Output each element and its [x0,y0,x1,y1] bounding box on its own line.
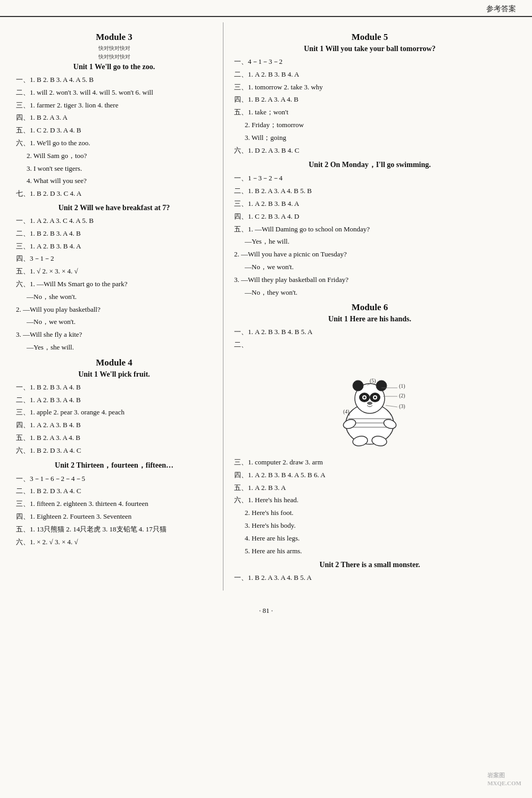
m3u1-a6: 六、1. We'll go to the zoo. [16,138,212,149]
module5-unit2-title: Unit 2 On Monday，I'll go swimming. [234,160,505,170]
svg-line-25 [386,405,397,407]
m3u2-a10: 3. —Will she fly a kite? [16,329,212,340]
m4u1-a1: 一、1. B 2. B 3. A 4. B [16,382,212,393]
m6u1-a7: 2. Here's his foot. [245,508,505,519]
module4-unit2-title: Unit 2 Thirteen，fourteen，fifteen… [16,461,212,470]
m4u2-a5: 五、1. 13只熊猫 2. 14只老虎 3. 18支铅笔 4. 17只猫 [16,524,212,535]
page-header: 参考答案 [0,0,532,17]
m3u2-a11: —Yes，she will. [27,342,212,353]
m4u1-a5: 五、1. B 2. A 3. A 4. B [16,433,212,444]
watermark-text: 岩案图MXQE.COM [487,772,521,786]
m6u2-a1: 一、1. B 2. A 3. A 4. B 5. A [234,572,505,584]
svg-text:(1): (1) [399,383,405,389]
m3u2-a2: 二、1. B 2. B 3. A 4. B [16,228,212,239]
m6u1-a3: 三、1. computer 2. draw 3. arm [234,457,505,468]
m3u2-a5: 五、1. √ 2. × 3. × 4. √ [16,266,212,277]
m3u1-a10: 七、1. B 2. D 3. C 4. A [16,188,212,200]
m6u1-a8: 3. Here's his body. [245,520,505,531]
svg-text:(3): (3) [399,403,405,410]
svg-point-6 [376,380,387,391]
m3u1-a7: 2. Will Sam go，too? [27,151,212,162]
watermark-logo: 岩案图MXQE.COM [487,771,521,787]
module5-title: Module 5 [234,32,505,43]
m3u1-a5: 五、1. C 2. D 3. A 4. B [16,125,212,136]
m6u1-a6: 六、1. Here's his head. [234,495,505,506]
m3u2-a8: 2. —Will you play basketball? [16,304,212,315]
m5u2-a4: 四、1. C 2. B 3. A 4. D [234,211,505,222]
module3-title: Module 3 [16,32,212,43]
m5u1-a4: 四、1. B 2. A 3. A 4. B [234,94,505,105]
svg-point-5 [353,380,363,391]
m5u2-a3: 三、1. A 2. B 3. B 4. A [234,198,505,210]
svg-point-13 [367,402,372,405]
m3u2-a9: —No，we won't. [27,317,212,328]
panda-diagram: (1) (2) (3) (4) (5) [234,355,505,453]
module6-title: Module 6 [234,302,505,313]
m5u2-a9: 3. —Will they play basketball on Friday? [234,275,505,286]
m4u1-a6: 六、1. B 2. D 3. A 4. C [16,445,212,456]
m5u2-a6: —Yes，he will. [245,236,505,247]
m3u1-a9: 4. What will you see? [27,176,212,187]
header-title: 参考答案 [486,5,516,13]
left-column: Module 3 快对快对快对 快对快对快对 Unit 1 We'll go t… [0,22,223,591]
m4u2-a6: 六、1. × 2. √ 3. × 4. √ [16,537,212,548]
m4u2-a4: 四、1. Eighteen 2. Fourteen 3. Seventeen [16,511,212,522]
m3u2-a3: 三、1. A 2. B 3. B 4. A [16,241,212,252]
m6u1-a5: 五、1. A 2. B 3. A [234,483,505,494]
m5u1-a7: 3. Will；going [245,132,505,144]
m3u1-a1: 一、1. B 2. B 3. A 4. A 5. B [16,74,212,86]
m3u1-a4: 四、1. B 2. A 3. A [16,112,212,123]
m6u1-a4: 四、1. A 2. B 3. B 4. A 5. B 6. A [234,470,505,481]
m5u2-a1: 一、1－3－2－4 [234,173,505,184]
svg-text:(2): (2) [399,393,405,399]
module6-unit2-title: Unit 2 There is a small monster. [234,561,505,569]
m6u1-a9: 4. Here are his legs. [245,533,505,544]
m4u2-a3: 三、1. fifteen 2. eighteen 3. thirteen 4. … [16,498,212,510]
m3u2-a4: 四、3－1－2 [16,253,212,264]
m5u1-a5: 五、1. take；won't [234,107,505,118]
svg-point-11 [363,396,365,398]
m6u1-a10: 5. Here are his arms. [245,546,505,557]
page: 参考答案 Module 3 快对快对快对 快对快对快对 Unit 1 We'll… [0,0,532,798]
module3-unit1-title: Unit 1 We'll go to the zoo. [16,63,212,71]
module4-unit1-title: Unit 1 We'll pick fruit. [16,370,212,379]
m5u1-a3: 三、1. tomorrow 2. take 3. why [234,82,505,93]
m6u1-a2-label: 二、 [234,339,505,351]
m5u1-a8: 六、1. D 2. A 3. B 4. C [234,145,505,156]
watermark2: 快对快对快对 [16,53,212,61]
m5u1-a6: 2. Friday；tomorrow [245,120,505,131]
svg-point-12 [374,396,376,398]
module3-unit2-title: Unit 2 Will we have breakfast at 7? [16,204,212,212]
m5u2-a7: 2. —Will you have a picnic on Tuesday? [234,249,505,260]
module4-title: Module 4 [16,358,212,368]
watermark1: 快对快对快对 [16,45,212,52]
m5u2-a10: —No，they won't. [245,287,505,298]
module5-unit1-title: Unit 1 Will you take your ball tomorrow? [234,45,505,53]
m3u2-a6: 六、1. —Will Ms Smart go to the park? [16,279,212,290]
panda-svg: (1) (2) (3) (4) (5) [317,355,423,451]
content-area: Module 3 快对快对快对 快对快对快对 Unit 1 We'll go t… [0,17,532,601]
m5u2-a5: 五、1. —Will Daming go to school on Monday… [234,224,505,235]
m3u1-a8: 3. I won't see tigers. [27,163,212,174]
svg-text:(5): (5) [370,378,376,384]
module6-unit1-title: Unit 1 Here are his hands. [234,315,505,323]
m4u1-a4: 四、1. A 2. A 3. B 4. B [16,420,212,431]
m5u2-a2: 二、1. B 2. A 3. A 4. B 5. B [234,186,505,197]
page-number: · 81 · [0,606,532,615]
m3u2-a7: —No，she won't. [27,292,212,303]
right-column: Module 5 Unit 1 Will you take your ball … [223,22,516,591]
m5u2-a8: —No，we won't. [245,262,505,273]
m4u2-a1: 一、3－1－6－2－4－5 [16,473,212,485]
m4u1-a2: 二、1. A 2. B 3. A 4. B [16,395,212,406]
m5u1-a1: 一、4－1－3－2 [234,56,505,68]
svg-text:(4): (4) [343,409,350,415]
m3u2-a1: 一、1. A 2. A 3. C 4. A 5. B [16,215,212,227]
m3u1-a2: 二、1. will 2. won't 3. will 4. will 5. wo… [16,87,212,98]
m4u1-a3: 三、1. apple 2. pear 3. orange 4. peach [16,407,212,418]
m5u1-a2: 二、1. A 2. B 3. B 4. A [234,69,505,80]
m4u2-a2: 二、1. B 2. D 3. A 4. C [16,486,212,497]
m3u1-a3: 三、1. farmer 2. tiger 3. lion 4. there [16,100,212,111]
m6u1-a1: 一、1. A 2. B 3. B 4. B 5. A [234,327,505,338]
